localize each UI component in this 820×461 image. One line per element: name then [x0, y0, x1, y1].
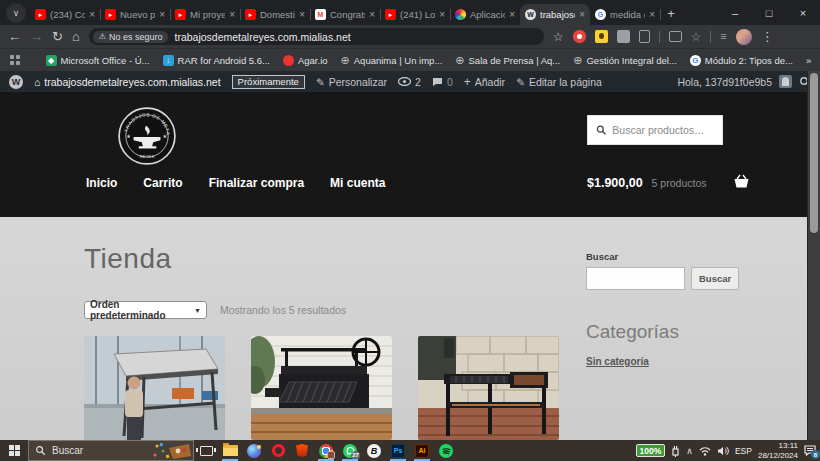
battery-indicator[interactable]: 100%: [636, 444, 666, 457]
brave-icon[interactable]: [290, 440, 314, 461]
new-tab-button[interactable]: +: [660, 3, 682, 24]
tray-chevron-icon[interactable]: ∧: [686, 446, 693, 456]
nav-item-mi-cuenta[interactable]: Mi cuenta: [330, 176, 385, 190]
cart-summary[interactable]: $1.900,00 5 productos: [587, 176, 706, 190]
spotify-icon[interactable]: [434, 440, 458, 461]
browser-tab-active[interactable]: W trabajosd ×: [520, 4, 590, 25]
category-link[interactable]: Sin categoría: [586, 356, 649, 367]
bookmark-item[interactable]: ⊕ Gestión Integral del...: [573, 54, 677, 67]
menu-icon[interactable]: ⋮: [761, 30, 774, 43]
volume-icon[interactable]: [717, 446, 729, 456]
nav-item-finalizar-compra[interactable]: Finalizar compra: [209, 176, 304, 190]
sidebar-search-input[interactable]: [586, 267, 685, 290]
forward-button[interactable]: →: [30, 30, 43, 43]
page-scrollbar[interactable]: [807, 71, 820, 440]
tab-close-icon[interactable]: ×: [159, 9, 165, 20]
browser-tab[interactable]: ▸ Mi proye ×: [170, 4, 240, 25]
coming-soon-badge[interactable]: Próximamente: [232, 75, 305, 89]
tab-close-icon[interactable]: ×: [229, 9, 235, 20]
photoshop-icon[interactable]: Ps: [386, 440, 410, 461]
taskbar-search[interactable]: Buscar: [28, 440, 194, 461]
edit-page-link[interactable]: ✎ Editar la página: [516, 76, 602, 88]
wp-site-link[interactable]: ⌂ trabajosdemetalreyes.com.mialias.net: [34, 76, 221, 88]
opera-icon[interactable]: [266, 440, 290, 461]
plus-icon: +: [464, 75, 471, 89]
wp-greeting[interactable]: Hola, 137d91f0e9b5: [677, 76, 772, 88]
back-button[interactable]: ←: [8, 30, 21, 43]
views-indicator[interactable]: 2: [398, 76, 421, 88]
clipboard-extension-icon[interactable]: [639, 30, 650, 43]
nav-item-carrito[interactable]: Carrito: [143, 176, 182, 190]
chrome-icon[interactable]: [314, 440, 338, 461]
b-app-icon[interactable]: B: [362, 440, 386, 461]
start-button[interactable]: [0, 440, 28, 461]
bookmarks-overflow-icon[interactable]: »: [806, 55, 811, 66]
tab-close-icon[interactable]: ×: [89, 9, 95, 20]
notification-icon[interactable]: 8: [804, 445, 816, 456]
browser-tab[interactable]: M Congrats ×: [310, 4, 380, 25]
scrollbar-thumb[interactable]: [810, 73, 818, 233]
maximize-button[interactable]: □: [752, 0, 786, 25]
language-indicator[interactable]: ESP: [735, 446, 752, 456]
home-button[interactable]: ⌂: [72, 30, 80, 43]
tab-close-icon[interactable]: ×: [649, 9, 655, 20]
usb-icon[interactable]: [671, 445, 680, 457]
side-panel-icon[interactable]: [669, 31, 682, 42]
product-image-grill-table[interactable]: [418, 336, 559, 440]
whatsapp-icon[interactable]: 27: [338, 440, 362, 461]
browser-tab[interactable]: ▸ (241) Los ×: [380, 4, 450, 25]
nav-item-inicio[interactable]: Inicio: [86, 176, 117, 190]
browser-tab[interactable]: ▸ Nuevo pr ×: [100, 4, 170, 25]
bookmark-item[interactable]: ↓ RAR for Android 5.6...: [163, 55, 270, 66]
sidebar-search-button[interactable]: Buscar: [691, 267, 739, 290]
network-icon[interactable]: [699, 446, 711, 456]
wp-avatar[interactable]: [779, 75, 792, 88]
cart-basket-icon[interactable]: [733, 174, 750, 193]
product-image-parrilla[interactable]: [251, 336, 392, 440]
task-view-icon[interactable]: [194, 440, 218, 461]
security-chip[interactable]: ⚠ No es seguro: [93, 31, 169, 43]
address-bar[interactable]: ⚠ No es seguro trabajosdemetalreyes.com.…: [89, 28, 544, 45]
bookmark-star-icon[interactable]: ☆: [553, 31, 564, 43]
extension-yellow-icon[interactable]: [595, 30, 608, 43]
minimize-button[interactable]: –: [718, 0, 752, 25]
comments-indicator[interactable]: 0: [432, 76, 453, 88]
bookmark-item[interactable]: ⊕ Sala de Prensa | Aq...: [455, 54, 560, 67]
illustrator-icon[interactable]: Ai: [410, 440, 434, 461]
product-image-kiosk[interactable]: [84, 336, 225, 440]
extension-star-icon[interactable]: ☆: [691, 30, 702, 43]
tab-close-icon[interactable]: ×: [579, 9, 585, 20]
browser-tab[interactable]: ▸ (234) Con ×: [30, 4, 100, 25]
sort-select[interactable]: Orden predeterminado ▼: [84, 301, 207, 319]
media-controls-icon[interactable]: ≡: [720, 30, 726, 43]
add-new-link[interactable]: + Añadir: [464, 75, 505, 89]
bookmark-item[interactable]: Agar.io: [283, 55, 328, 66]
browser-tab[interactable]: G medida e ×: [590, 4, 660, 25]
tab-close-icon[interactable]: ×: [369, 9, 375, 20]
tab-strip: ∨ ▸ (234) Con × ▸ Nuevo pr × ▸ Mi proye …: [0, 0, 820, 25]
bookmark-item[interactable]: ⊕ Aquanima | Un imp...: [341, 54, 443, 67]
paint3d-icon[interactable]: [242, 440, 266, 461]
bookmark-item[interactable]: G Módulo 2: Tipos de...: [690, 55, 793, 66]
file-explorer-icon[interactable]: [218, 440, 242, 461]
clock[interactable]: 13:11 28/12/2024: [758, 441, 798, 461]
tab-close-icon[interactable]: ×: [439, 9, 445, 20]
close-button[interactable]: ×: [786, 0, 820, 25]
product-search-box[interactable]: [587, 115, 723, 145]
tab-close-icon[interactable]: ×: [509, 9, 515, 20]
reload-button[interactable]: ↻: [52, 30, 63, 43]
tab-close-icon[interactable]: ×: [299, 9, 305, 20]
bookmark-label: Módulo 2: Tipos de...: [705, 55, 793, 66]
apps-grid-icon[interactable]: [10, 55, 20, 65]
extension-red-icon[interactable]: [573, 30, 586, 43]
tab-search-button[interactable]: ∨: [6, 3, 26, 23]
site-logo[interactable]: TRABAJOS DE METAL ★ ★ REYES: [116, 105, 178, 171]
customize-link[interactable]: ✎ Personalizar: [316, 76, 387, 88]
profile-avatar[interactable]: [736, 29, 752, 45]
browser-tab[interactable]: ▸ Domestik ×: [240, 4, 310, 25]
bookmark-item[interactable]: ◆ Microsoft Office - Ú...: [46, 55, 150, 66]
browser-tab[interactable]: Aplicacio ×: [450, 4, 520, 25]
extension-gray-icon[interactable]: [617, 30, 630, 43]
wordpress-logo-icon[interactable]: W: [9, 75, 23, 89]
product-search-input[interactable]: [612, 124, 714, 136]
